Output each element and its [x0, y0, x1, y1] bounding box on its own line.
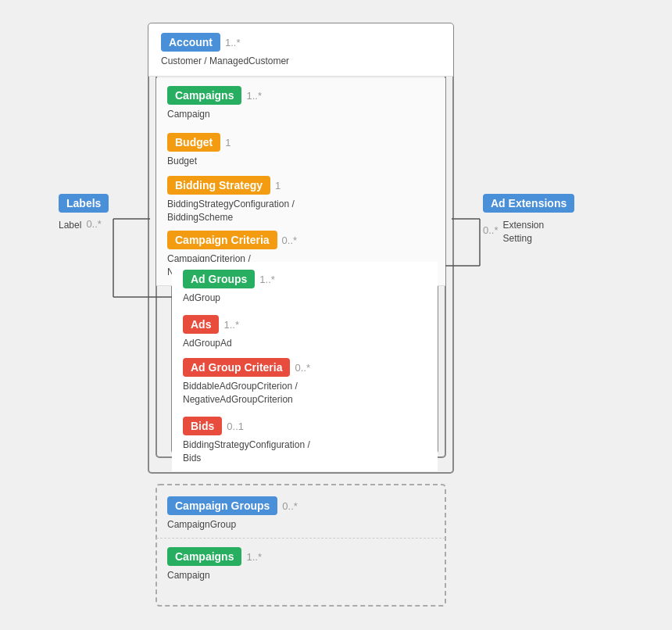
campaigns-inner-section: Campaigns 1..* Campaign: [156, 539, 445, 589]
ad-groups-subtitle: AdGroup: [183, 292, 427, 305]
budget-subtitle: Budget: [167, 155, 434, 168]
campaign-groups-badge: Campaign Groups: [167, 496, 277, 515]
bidding-badge: Bidding Strategy: [167, 176, 270, 195]
campaign-groups-badge-row: Campaign Groups 0..*: [167, 496, 434, 515]
ads-multiplicity: 1..*: [223, 319, 239, 331]
budget-badge: Budget: [167, 133, 220, 152]
campaigns-badge-row: Campaigns 1..*: [167, 86, 434, 105]
ad-extensions-badge: Ad Extensions: [483, 194, 574, 213]
labels-box: Labels Label 0..*: [59, 194, 109, 232]
ad-extensions-badge-row: Ad Extensions: [483, 194, 574, 213]
ad-extensions-subtitle: Extension Setting: [503, 219, 545, 245]
labels-sub-row: Label 0..*: [59, 216, 109, 232]
bidding-subtitle: BiddingStrategyConfiguration / BiddingSc…: [167, 198, 434, 224]
campaign-criteria-badge-row: Campaign Criteria 0..*: [167, 231, 434, 249]
account-section: Account 1..* Customer / ManagedCustomer: [148, 23, 453, 77]
budget-badge-row: Budget 1: [167, 133, 434, 152]
campaigns-inner-subtitle: Campaign: [167, 569, 434, 582]
campaigns-inner-multiplicity: 1..*: [246, 551, 262, 563]
account-badge: Account: [161, 33, 220, 52]
diagram: Account 1..* Customer / ManagedCustomer …: [0, 0, 672, 630]
ads-badge-row: Ads 1..*: [183, 315, 427, 334]
budget-multiplicity: 1: [225, 137, 231, 149]
ad-group-criteria-multiplicity: 0..*: [295, 362, 310, 374]
campaigns-subtitle: Campaign: [167, 108, 434, 121]
ads-subtitle: AdGroupAd: [183, 337, 427, 350]
bids-badge-row: Bids 0..1: [183, 417, 427, 435]
campaigns-inner-badge-row: Campaigns 1..*: [167, 547, 434, 566]
campaigns-badge: Campaigns: [167, 86, 241, 105]
campaigns-multiplicity: 1..*: [246, 90, 262, 102]
ad-group-criteria-badge: Ad Group Criteria: [183, 358, 290, 377]
ad-groups-badge-row: Ad Groups 1..*: [183, 270, 427, 288]
ad-extensions-sub-row: 0..* Extension Setting: [483, 216, 574, 245]
ad-group-criteria-subtitle: BiddableAdGroupCriterion / NegativeAdGro…: [183, 380, 427, 406]
bids-subtitle: BiddingStrategyConfiguration / Bids: [183, 438, 427, 465]
campaign-groups-subtitle: CampaignGroup: [167, 518, 434, 532]
account-multiplicity: 1..*: [225, 37, 241, 48]
account-subtitle: Customer / ManagedCustomer: [161, 55, 441, 68]
ad-extensions-box: Ad Extensions 0..* Extension Setting: [483, 194, 574, 245]
ad-groups-multiplicity: 1..*: [259, 274, 275, 285]
labels-badge: Labels: [59, 194, 109, 213]
bidding-strategy-section: Bidding Strategy 1 BiddingStrategyConfig…: [156, 168, 445, 231]
bidding-multiplicity: 1: [275, 180, 281, 192]
ad-group-criteria-badge-row: Ad Group Criteria 0..*: [183, 358, 427, 377]
labels-multiplicity: 0..*: [86, 218, 102, 230]
bidding-badge-row: Bidding Strategy 1: [167, 176, 434, 195]
labels-badge-row: Labels: [59, 194, 109, 213]
bids-section: Bids 0..1 BiddingStrategyConfiguration /…: [172, 409, 438, 471]
campaign-criteria-badge: Campaign Criteria: [167, 231, 277, 249]
labels-subtitle: Label: [59, 219, 81, 232]
campaign-criteria-multiplicity: 0..*: [282, 234, 298, 246]
campaign-groups-header: Campaign Groups 0..* CampaignGroup: [156, 489, 445, 539]
ads-badge: Ads: [183, 315, 219, 334]
ad-groups-section: Ad Groups 1..* AdGroup: [172, 262, 438, 312]
ad-group-criteria-section: Ad Group Criteria 0..* BiddableAdGroupCr…: [172, 350, 438, 413]
campaigns-section: Campaigns 1..* Campaign: [156, 78, 445, 128]
bids-badge: Bids: [183, 417, 222, 435]
ad-groups-badge: Ad Groups: [183, 270, 255, 288]
bids-multiplicity: 0..1: [227, 421, 244, 432]
campaigns-inner-badge: Campaigns: [167, 547, 241, 566]
ad-extensions-multiplicity: 0..*: [483, 224, 499, 236]
account-badge-row: Account 1..*: [161, 33, 441, 52]
campaign-groups-multiplicity: 0..*: [282, 500, 298, 512]
